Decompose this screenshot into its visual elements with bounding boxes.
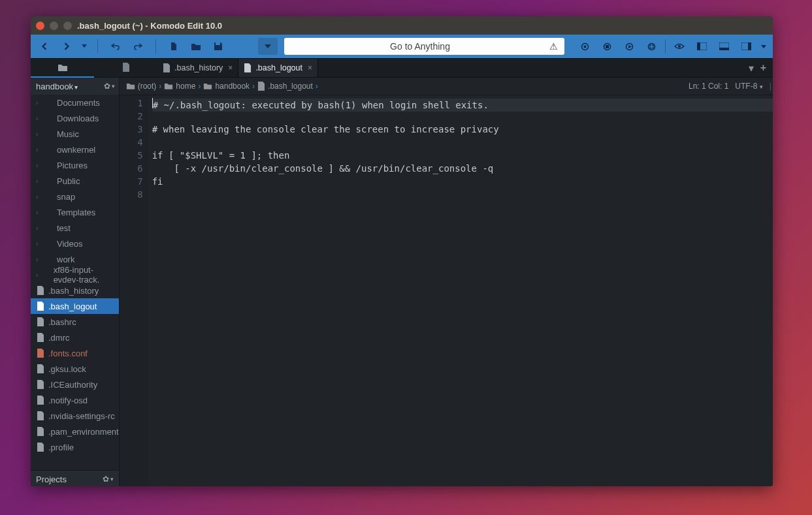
tab-list-icon[interactable]: ▾ [749, 62, 754, 74]
svg-point-5 [648, 43, 655, 50]
maximize-icon[interactable] [63, 22, 72, 30]
save-button[interactable] [207, 38, 229, 55]
tree-item-documents[interactable]: ›Documents [31, 95, 119, 110]
svg-point-1 [583, 45, 586, 48]
undo-button[interactable] [105, 38, 127, 55]
code-content[interactable]: # ~/.bash_logout: executed by bash(1) wh… [148, 95, 773, 486]
encoding-selector[interactable]: UTF-8 ▾ [735, 82, 762, 91]
forward-button[interactable] [56, 38, 78, 55]
tree-item-downloads[interactable]: ›Downloads [31, 110, 119, 126]
tree-item-fontsconf[interactable]: .fonts.conf [31, 345, 119, 361]
breadcrumb-item[interactable]: handbook [203, 82, 250, 91]
file-tab-bash-logout[interactable]: .bash_logout × [238, 59, 318, 77]
breadcrumb-item[interactable]: home [164, 82, 195, 91]
nav-history-dropdown[interactable] [78, 38, 91, 55]
eye-icon[interactable] [668, 38, 690, 55]
gear-icon[interactable]: ✿▾ [104, 82, 115, 91]
tree-item-notifyosd[interactable]: .notify-osd [31, 392, 119, 408]
stop-macro-button[interactable] [596, 38, 618, 55]
sidebar-footer-projects[interactable]: Projects ✿▾ [31, 470, 119, 486]
cursor-position[interactable]: Ln: 1 Col: 1 [689, 82, 728, 91]
warning-icon: ⚠ [549, 41, 558, 52]
file-tab-bash-history[interactable]: .bash_history × [157, 59, 238, 77]
close-tab-icon[interactable]: × [308, 63, 312, 72]
goto-anything-input[interactable]: Go to Anything ⚠ [284, 38, 564, 55]
layout-right-button[interactable] [735, 38, 757, 55]
tree-item-pamenvironment[interactable]: .pam_environment [31, 424, 119, 439]
tree-item-nvidiasettingsrc[interactable]: .nvidia-settings-rc [31, 408, 119, 424]
tree-item-profile[interactable]: .profile [31, 439, 119, 455]
tree-item-snap[interactable]: ›snap [31, 189, 119, 204]
close-icon[interactable] [36, 22, 44, 30]
tree-item-ownkernel[interactable]: ›ownkernel [31, 142, 119, 157]
toolbar: Go to Anything ⚠ [31, 35, 773, 58]
places-tab[interactable] [31, 58, 94, 78]
tree-item-gksulock[interactable]: .gksu.lock [31, 361, 119, 377]
svg-rect-13 [748, 42, 751, 50]
layout-bottom-button[interactable] [713, 38, 735, 55]
tree-item-music[interactable]: ›Music [31, 126, 119, 142]
svg-rect-3 [606, 45, 609, 48]
breadcrumb-bar: (root)›home›handbook›.bash_logout› Ln: 1… [120, 78, 773, 95]
new-tab-button[interactable]: + [760, 62, 766, 74]
tree-item-bashhistory[interactable]: .bash_history [31, 283, 119, 298]
new-file-button[interactable] [163, 38, 185, 55]
tree-item-pictures[interactable]: ›Pictures [31, 157, 119, 173]
macro-save-button[interactable] [640, 38, 662, 55]
tree-item-bashrc[interactable]: .bashrc [31, 314, 119, 330]
svg-rect-6 [650, 45, 653, 48]
close-tab-icon[interactable]: × [228, 63, 233, 72]
line-gutter: 12345678 [120, 95, 148, 486]
tree-item-public[interactable]: ›Public [31, 173, 119, 189]
open-folder-button[interactable] [185, 38, 207, 55]
redo-button[interactable] [127, 38, 149, 55]
tree-item-iceauthority[interactable]: .ICEauthority [31, 377, 119, 392]
tree-item-xf86inputevdevtrack[interactable]: ›xf86-input-evdev-track. [31, 267, 119, 283]
tab-bar: .bash_history × .bash_logout × ▾ + [31, 58, 773, 78]
play-macro-button[interactable] [618, 38, 640, 55]
minimize-icon[interactable] [50, 22, 58, 30]
svg-rect-9 [697, 42, 700, 50]
gear-icon[interactable]: ✿▾ [103, 475, 114, 484]
sidebar-header[interactable]: handbook▾ ✿▾ [31, 78, 119, 95]
layout-left-button[interactable] [690, 38, 713, 55]
svg-point-7 [678, 45, 681, 48]
back-button[interactable] [33, 38, 56, 55]
window-title: .bash_logout (~) - Komodo Edit 10.0 [77, 21, 222, 31]
svg-rect-11 [719, 48, 729, 50]
search-placeholder: Go to Anything [291, 41, 549, 52]
tree-item-dmrc[interactable]: .dmrc [31, 330, 119, 345]
tree-item-bashlogout[interactable]: .bash_logout [31, 298, 119, 314]
open-files-tab[interactable] [94, 58, 157, 76]
code-editor[interactable]: 12345678 # ~/.bash_logout: executed by b… [120, 95, 773, 486]
tree-item-test[interactable]: ›test [31, 220, 119, 236]
layout-dropdown[interactable] [757, 38, 770, 55]
titlebar[interactable]: .bash_logout (~) - Komodo Edit 10.0 [31, 16, 773, 35]
tree-item-videos[interactable]: ›Videos [31, 236, 119, 251]
breadcrumb-item[interactable]: .bash_logout [257, 82, 313, 91]
app-window: .bash_logout (~) - Komodo Edit 10.0 Go t… [31, 16, 773, 486]
file-tree: ›Documents›Downloads›Music›ownkernel›Pic… [31, 95, 119, 470]
record-macro-button[interactable] [574, 38, 596, 55]
editor-area: (root)›home›handbook›.bash_logout› Ln: 1… [120, 78, 773, 486]
view-dropdown[interactable] [258, 38, 278, 55]
breadcrumb-item[interactable]: (root) [126, 82, 157, 91]
tree-item-templates[interactable]: ›Templates [31, 204, 119, 220]
sidebar: handbook▾ ✿▾ ›Documents›Downloads›Music›… [31, 78, 120, 486]
